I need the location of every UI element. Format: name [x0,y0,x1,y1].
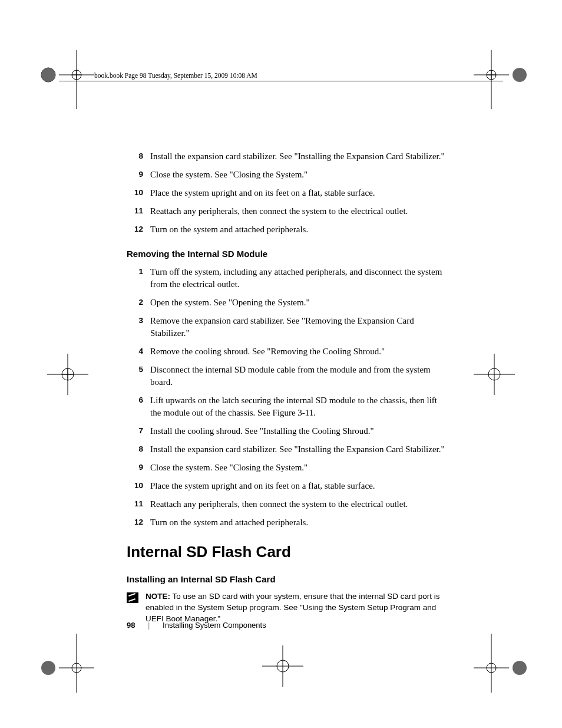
step-number: 10 [127,187,150,199]
running-header: book.book Page 98 Tuesday, September 15,… [94,72,257,79]
step-item: 9Close the system. See "Closing the Syst… [127,169,445,181]
step-number: 12 [127,223,150,236]
step-text: Remove the expansion card stabilizer. Se… [150,315,445,340]
step-text: Close the system. See "Closing the Syste… [150,169,445,181]
step-item: 2Open the system. See "Opening the Syste… [127,297,445,309]
step-item: 10Place the system upright and on its fe… [127,480,445,492]
crop-mark-icon [474,634,533,693]
step-text: Turn on the system and attached peripher… [150,516,445,529]
crop-mark-icon [474,50,533,109]
step-number: 8 [127,150,150,163]
svg-point-1 [41,68,55,82]
step-item: 5Disconnect the internal SD module cable… [127,364,445,388]
page-footer: 98 | Installing System Components [127,621,266,630]
crop-mark-icon [35,634,94,693]
step-number: 9 [127,462,150,474]
crop-mark-icon [262,645,303,687]
step-text: Install the expansion card stabilizer. S… [150,150,445,163]
note-icon [127,592,138,603]
step-number: 7 [127,425,150,437]
step-item: 11Reattach any peripherals, then connect… [127,498,445,510]
step-number: 1 [127,266,150,291]
step-item: 12Turn on the system and attached periph… [127,223,445,236]
step-text: Close the system. See "Closing the Syste… [150,462,445,474]
svg-point-25 [513,661,527,675]
step-number: 8 [127,443,150,456]
step-item: 12Turn on the system and attached periph… [127,516,445,529]
step-item: 1Turn off the system, including any atta… [127,266,445,291]
step-text: Disconnect the internal SD module cable … [150,364,445,388]
crop-mark-icon [474,354,515,395]
step-item: 6Lift upwards on the latch securing the … [127,394,445,419]
step-item: 11Reattach any peripherals, then connect… [127,205,445,218]
footer-separator: | [148,621,150,630]
step-number: 2 [127,297,150,309]
footer-section: Installing System Components [163,621,266,630]
heading-sd-flash: Internal SD Flash Card [127,543,445,561]
step-number: 12 [127,516,150,529]
step-text: Turn off the system, including any attac… [150,266,445,291]
step-text: Place the system upright and on its feet… [150,187,445,199]
page-content: 8Install the expansion card stabilizer. … [127,150,445,625]
step-text: Remove the cooling shroud. See "Removing… [150,345,445,358]
step-text: Reattach any peripherals, then connect t… [150,205,445,218]
crop-mark-icon [35,50,94,109]
step-text: Open the system. See "Opening the System… [150,297,445,309]
page: book.book Page 98 Tuesday, September 15,… [0,0,562,728]
note-block: NOTE: To use an SD card with your system… [127,591,445,625]
step-item: 4Remove the cooling shroud. See "Removin… [127,345,445,358]
step-item: 9Close the system. See "Closing the Syst… [127,462,445,474]
step-item: 8Install the expansion card stabilizer. … [127,150,445,163]
subheading-installing: Installing an Internal SD Flash Card [127,574,445,584]
step-number: 11 [127,498,150,510]
step-text: Turn on the system and attached peripher… [150,223,445,236]
step-number: 6 [127,394,150,419]
svg-point-21 [41,661,55,675]
step-number: 5 [127,364,150,388]
step-text: Install the expansion card stabilizer. S… [150,443,445,456]
step-text: Lift upwards on the latch securing the i… [150,394,445,419]
step-number: 10 [127,480,150,492]
step-item: 7Install the cooling shroud. See "Instal… [127,425,445,437]
step-number: 4 [127,345,150,358]
step-item: 3Remove the expansion card stabilizer. S… [127,315,445,340]
note-text: NOTE: To use an SD card with your system… [146,591,445,625]
step-text: Install the cooling shroud. See "Install… [150,425,445,437]
step-number: 3 [127,315,150,340]
note-label: NOTE: [146,592,170,601]
note-body: To use an SD card with your system, ensu… [146,592,439,623]
step-text: Reattach any peripherals, then connect t… [150,498,445,510]
header-rule [59,81,503,81]
svg-point-7 [513,68,527,82]
crop-mark-icon [47,354,88,395]
step-number: 11 [127,205,150,218]
step-item: 8Install the expansion card stabilizer. … [127,443,445,456]
step-number: 9 [127,169,150,181]
subheading-removing: Removing the Internal SD Module [127,249,445,259]
step-item: 10Place the system upright and on its fe… [127,187,445,199]
step-text: Place the system upright and on its feet… [150,480,445,492]
page-number: 98 [127,621,135,630]
